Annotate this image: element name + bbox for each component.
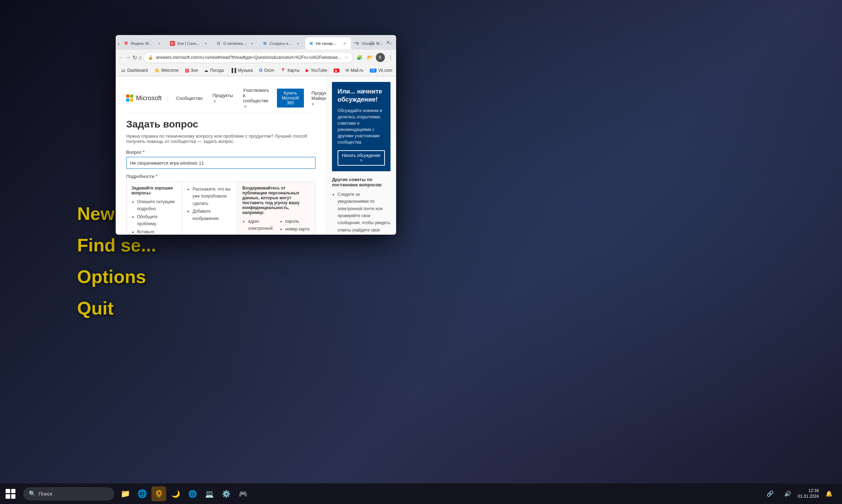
start-discussion-button[interactable]: Начать обсуждение > (338, 150, 385, 166)
bookmark-youtube[interactable]: ▶ YouTube (303, 67, 330, 74)
favorite-icon[interactable]: ☆ (344, 55, 349, 60)
bookmark-video[interactable]: ▶ Video (396, 67, 396, 74)
extensions-button[interactable]: 🧩 (355, 53, 365, 62)
tips-col-good: Задавайте хорошие вопросы: Опишите ситуа… (127, 182, 182, 235)
yt2-icon: ▶ (334, 69, 339, 73)
sidebar-card-text: Обсуждайте новинки и делитесь открытиями… (338, 108, 385, 145)
youtube-icon: ▶ (306, 68, 309, 73)
taskbar-clock[interactable]: 12:34 01.01.2024 (798, 488, 819, 499)
maps-icon: 📍 (280, 68, 286, 73)
tab-current-title: Не своар... (316, 41, 340, 46)
page-title: Задать вопрос (126, 119, 315, 130)
taskbar-volume-icon[interactable]: 🔊 (780, 486, 795, 501)
tab-zoya[interactable]: D Зоя | Санк... × (167, 37, 212, 49)
tab-create-favicon: M (263, 41, 267, 46)
tab-google-favicon: G (216, 41, 221, 46)
tab-current-close[interactable]: × (342, 41, 347, 46)
start-button[interactable] (0, 483, 21, 504)
ms-logo-green (130, 95, 133, 98)
tips-box: Задавайте хорошие вопросы: Опишите ситуа… (126, 182, 315, 235)
question-label: Вопрос * (126, 150, 315, 155)
reload-button[interactable]: ↻ (133, 52, 137, 63)
tab-yandex[interactable]: Я Яндекс М... × (120, 37, 166, 49)
ms-nav-participate[interactable]: Участвовать в сообществе ∨ (241, 86, 271, 110)
bookmark-music-label: Музыка (238, 68, 253, 73)
address-bar[interactable]: 🔒 answers.microsoft.com/ru-ru/newthread?… (143, 52, 353, 63)
sidebar-tips-list: Следите за уведомлениями по электронной … (332, 191, 391, 235)
bookmark-weather[interactable]: ☁ Погода (201, 67, 227, 74)
ms-logo-red (126, 95, 129, 98)
ms-logo: Microsoft (126, 95, 162, 102)
ozon-icon: O (259, 68, 262, 73)
taskbar-browser[interactable]: 🌐 (185, 486, 200, 501)
tab-create-title: Создать н... (270, 41, 293, 46)
tab-zoya-close[interactable]: × (203, 41, 209, 46)
ms-products-link[interactable]: Продукты Майкрософт ∨ (310, 89, 326, 108)
tip-item: номер карта кредита (285, 226, 310, 235)
tips-col3-title: Воздерживайтесь от публикации персональн… (242, 186, 310, 215)
taskbar-settings[interactable]: ⚙️ (219, 486, 233, 501)
bookmark-zoya[interactable]: D Зоя (182, 67, 201, 74)
buy-microsoft365-button[interactable]: Купить Microsoft 365 (277, 89, 304, 108)
tab-create-close[interactable]: × (296, 41, 301, 46)
tab-yandex-close[interactable]: × (157, 41, 162, 46)
settings-button[interactable]: ⋮ (386, 53, 395, 62)
ms-logo-icon (126, 95, 133, 102)
ms-nav-community[interactable]: Сообщество (174, 94, 205, 102)
forward-button[interactable]: → (125, 52, 131, 63)
bookmark-vkcom[interactable]: VK Vk.com (367, 67, 395, 74)
taskbar-terminal[interactable]: 💻 (202, 486, 217, 501)
collections-button[interactable]: 📂 (365, 53, 375, 62)
welcome-icon: 👋 (154, 68, 159, 73)
taskbar-network-icon[interactable]: 🔗 (763, 486, 778, 501)
bookmark-music[interactable]: ▐▐ Музыка (228, 67, 256, 74)
taskbar-app4[interactable]: 🌙 (168, 486, 183, 501)
tips-col2-list: Расскажите, что вы уже попробовали сдела… (187, 186, 232, 222)
tab-google-windows[interactable]: G G windows н... × (213, 37, 258, 49)
close-button[interactable]: ✕ (380, 35, 396, 50)
maximize-button[interactable]: □ (364, 35, 380, 50)
bookmark-welcome[interactable]: 👋 Welcome (151, 67, 182, 74)
taskbar-app3[interactable]: 🌻 (151, 486, 166, 501)
tab-scroll-left[interactable]: ‹ (118, 39, 120, 48)
question-input[interactable] (126, 157, 315, 169)
ms-nav-products[interactable]: Продукты ∨ (210, 91, 235, 105)
taskbar-edge[interactable]: 🌐 (135, 486, 149, 501)
bookmark-ozon[interactable]: O Ozon (256, 67, 277, 74)
tips-col3-list-left: адрес электронной почты номер телефона к… (242, 218, 272, 235)
back-button[interactable]: ← (118, 52, 124, 63)
sidebar-promo-card: Или... начните обсуждение! Обсуждайте но… (332, 82, 391, 171)
tab-create[interactable]: M Создать н... × (259, 37, 305, 49)
bookmark-maps[interactable]: 📍 Карты (278, 67, 302, 74)
start-icon-cell-1 (6, 489, 10, 493)
bookmark-vkcom-label: Vk.com (378, 68, 392, 73)
tips-col-tried: Расскажите, что вы уже попробовали сдела… (182, 182, 237, 235)
taskbar: 🔍 Поиск 📁 🌐 🌻 🌙 🌐 💻 ⚙️ 🎮 🔗 🔊 12:34 01.01… (0, 483, 842, 504)
tip-item: Опишите ситуацию подробно. (137, 198, 177, 213)
zoya-icon: D (185, 69, 189, 73)
page-main: Microsoft | Сообщество Продукты ∨ Участв… (116, 76, 326, 235)
mailru-icon: ✉ (346, 68, 349, 73)
taskbar-search-box[interactable]: 🔍 Поиск (23, 487, 114, 500)
taskbar-file-explorer[interactable]: 📁 (118, 486, 133, 501)
dashboard-icon: 🗂 (121, 68, 125, 73)
taskbar-game-app[interactable]: 🎮 (236, 486, 250, 501)
tip-item: Расскажите, что вы уже попробовали сдела… (192, 186, 232, 207)
tip-item: Обобщите проблему. (137, 213, 177, 228)
bookmark-dashboard[interactable]: 🗂 Dashboard (118, 67, 151, 74)
bookmark-mailru[interactable]: ✉ Mail.ru (343, 67, 366, 74)
minimize-button[interactable]: — (348, 35, 364, 50)
home-button[interactable]: ⌂ (138, 52, 142, 63)
taskbar-notifications-icon[interactable]: 🔔 (822, 486, 836, 501)
sidebar-card-title: Или... начните обсуждение! (338, 88, 385, 104)
browser-window: ‹ Я Яндекс М... × D Зоя | Санк... × G G … (116, 35, 396, 235)
tab-google-windows-close[interactable]: × (249, 41, 255, 46)
bookmark-yt2[interactable]: ▶ (331, 68, 342, 74)
page-content: Microsoft | Сообщество Продукты ∨ Участв… (116, 76, 396, 235)
vk-icon: VK (370, 69, 376, 73)
tab-current-active[interactable]: M Не своар... × (305, 37, 351, 49)
bookmarks-bar: 🗂 Dashboard 👋 Welcome D Зоя ☁ Погода ▐▐ … (116, 65, 396, 76)
page-subtitle: Нужна справка по техническому вопросу ил… (126, 133, 315, 144)
profile-button[interactable]: К (376, 53, 385, 62)
taskbar-search-icon: 🔍 (29, 490, 36, 497)
